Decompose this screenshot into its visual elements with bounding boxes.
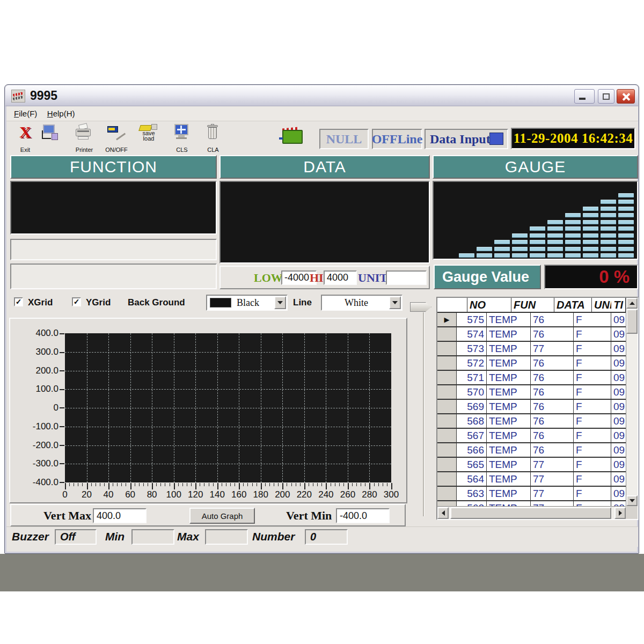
title-bar[interactable]: 9995 [5,85,638,106]
x-tick-label: 160 [228,489,250,501]
cell-unit: F [574,313,611,326]
maximize-button[interactable] [598,89,614,104]
check-icon: ✓ [74,297,80,306]
max-value [205,529,248,545]
table-header-cell[interactable]: NO [467,298,511,312]
table-row[interactable]: 572 TEMP 76 F 09 [437,356,626,371]
row-selector-cell[interactable] [437,400,457,413]
number-value: 0 [305,529,348,545]
vertical-scrollbar[interactable] [626,298,638,506]
close-button[interactable] [617,89,635,104]
y-tick-label: 300.0 [13,346,58,358]
line-dropdown[interactable]: White [321,295,402,311]
hi-input[interactable]: 4000 [324,270,357,285]
cell-time: 09 [611,356,626,370]
x-tick-label: 300 [380,489,402,501]
table-header-cell[interactable] [437,298,467,312]
table-row[interactable]: 571 TEMP 76 F 09 [437,371,626,385]
dropdown-arrow-icon[interactable] [274,296,286,309]
exit-button[interactable]: X Exit [11,123,40,154]
horizontal-scroll-thumb[interactable] [450,507,611,519]
table-header-cell[interactable]: FUN [511,298,554,312]
table-row[interactable]: 567 TEMP 76 F 09 [437,429,626,443]
menu-help[interactable]: Help(H) [47,109,75,118]
vert-range-row: Vert Max 400.0 Auto Graph Vert Min -400.… [10,504,406,526]
printer-button[interactable]: Printer [70,123,99,154]
row-selector-cell[interactable] [437,472,457,486]
data-input-indicator [489,133,503,145]
row-selector-cell[interactable]: ▶ [437,313,457,326]
row-selector-cell[interactable] [437,371,457,384]
scroll-left-icon[interactable] [437,507,449,519]
x-tick-label: 260 [337,489,358,501]
scroll-up-icon[interactable] [626,298,638,309]
row-selector-cell[interactable] [437,429,457,442]
vert-max-input[interactable]: 400.0 [93,508,147,523]
cell-time: 09 [611,429,626,442]
hi-label: HI [310,271,324,285]
row-selector-cell[interactable] [437,443,457,457]
y-axis-ticks [60,333,64,483]
background-dropdown[interactable]: Black [206,295,288,311]
row-selector-cell[interactable] [437,414,457,428]
trash-can-icon [203,124,223,141]
table-row[interactable]: 574 TEMP 76 F 09 [437,327,626,342]
table-row[interactable]: 563 TEMP 77 F 09 [437,487,626,501]
cls-button[interactable]: CLS [167,123,196,154]
unit-input[interactable] [386,270,427,285]
row-selector-cell[interactable] [437,342,457,355]
gauge-bars [459,183,636,258]
cell-fun: TEMP [487,487,531,500]
x-tick-label: 60 [120,489,141,501]
table-header-cell[interactable]: DATA [554,298,592,312]
table-row[interactable]: 569 TEMP 76 F 09 [437,400,626,414]
cell-no: 567 [457,429,487,442]
cell-data: 77 [531,487,574,500]
minimize-button[interactable] [574,89,595,104]
table-row[interactable]: 566 TEMP 76 F 09 [437,443,626,458]
scrollbar-corner [626,506,638,519]
row-selector-cell[interactable] [437,327,457,341]
null-button[interactable]: NULL [319,129,369,149]
slider-track[interactable] [423,312,425,516]
row-selector-cell[interactable] [437,356,457,370]
vert-min-label: Vert Min [286,509,332,523]
dropdown-arrow-icon[interactable] [389,296,401,309]
row-selector-cell[interactable] [437,487,457,500]
save-load-button[interactable]: save load [134,123,163,154]
offline-button[interactable]: OFFLine [372,129,422,149]
menu-file[interactable]: File(F) [14,109,37,118]
row-selector-cell[interactable] [437,458,457,471]
table-row[interactable]: 568 TEMP 76 F 09 [437,414,626,429]
cla-button[interactable]: CLA [199,123,228,154]
ygrid-checkbox[interactable]: ✓ [72,297,81,306]
table-row[interactable]: 573 TEMP 77 F 09 [437,342,626,356]
xgrid-checkbox[interactable]: ✓ [14,297,23,306]
horizontal-scrollbar[interactable] [437,506,626,519]
gauge-value-label: Gauge Value [434,265,541,289]
table-header-cell[interactable]: UNIT [592,298,611,312]
cell-time: 09 [611,400,626,413]
app-icon [11,90,25,103]
cell-time: 09 [611,487,626,500]
cell-fun: TEMP [487,385,531,399]
vert-min-input[interactable]: -400.0 [336,508,390,523]
cell-no: 570 [457,385,487,399]
connect-button[interactable] [38,123,67,154]
cell-fun: TEMP [487,313,531,326]
data-input-button[interactable]: Data Input [425,129,508,149]
on-off-button[interactable]: ON/OFF [102,123,131,154]
vertical-scroll-thumb[interactable] [626,309,638,334]
cell-fun: TEMP [487,429,531,442]
row-selector-cell[interactable] [437,385,457,399]
table-row[interactable]: 564 TEMP 77 F 09 [437,472,626,487]
scroll-right-icon[interactable] [614,507,626,519]
cell-fun: TEMP [487,400,531,413]
table-row[interactable]: 570 TEMP 76 F 09 [437,385,626,400]
table-row[interactable]: 565 TEMP 77 F 09 [437,458,626,472]
table-header-cell[interactable]: TI [611,298,626,312]
table-row[interactable]: ▶ 575 TEMP 76 F 09 [437,313,626,327]
scroll-down-icon[interactable] [626,495,638,506]
cell-time: 09 [611,443,626,457]
auto-graph-button[interactable]: Auto Graph [189,508,255,524]
